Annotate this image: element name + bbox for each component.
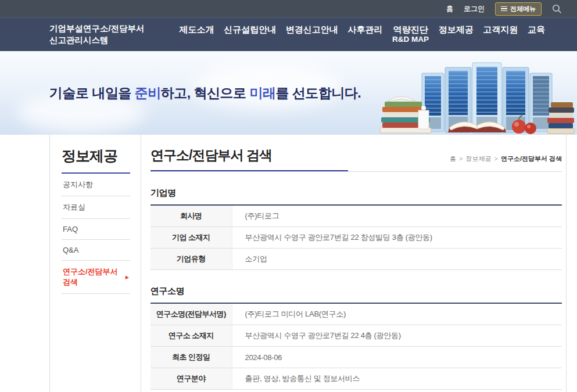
nav-item-label: 고객지원 bbox=[483, 24, 518, 35]
row-label: 기업 소재지 bbox=[150, 227, 232, 249]
hero-accent-word: 미래 bbox=[249, 85, 275, 100]
logo-line1: 기업부설연구소/전담부서 bbox=[49, 23, 145, 34]
site-logo[interactable]: 기업부설연구소/전담부서 신고관리시스템 bbox=[49, 23, 145, 45]
nav-item-6[interactable]: 정보제공 bbox=[439, 24, 474, 45]
row-label: 연구소 소재지 bbox=[150, 325, 232, 347]
row-label: 연구분야 bbox=[150, 368, 232, 390]
hero-slogan: 기술로 내일을 준비하고, 혁신으로 미래를 선도합니다. bbox=[49, 84, 361, 102]
row-value: 2024-08-06 bbox=[232, 347, 562, 368]
nav-item-label: 사후관리 bbox=[347, 24, 382, 35]
nav-item-1[interactable]: 제도소개 bbox=[180, 24, 214, 45]
table-row: 연구소 소재지부산광역시 수영구 광안로7번길 22 4층 (광안동) bbox=[150, 325, 562, 347]
info-table-1: 회사명(주)티로그기업 소재지부산광역시 수영구 광안로7번길 22 창성빌딩 … bbox=[150, 204, 562, 270]
row-value: (주)티로그 bbox=[232, 205, 562, 227]
detail-sections: 기업명회사명(주)티로그기업 소재지부산광역시 수영구 광안로7번길 22 창성… bbox=[150, 188, 562, 390]
page-title: 연구소/전담부서 검색 bbox=[150, 146, 272, 170]
table-row: 기업 소재지부산광역시 수영구 광안로7번길 22 창성빌딩 3층 (광안동) bbox=[150, 227, 562, 249]
row-value: 부산광역시 수영구 광안로7번길 22 4층 (광안동) bbox=[232, 325, 562, 347]
nav-item-2[interactable]: 신규설립안내 bbox=[224, 24, 276, 45]
nav-item-label: 교육 bbox=[528, 24, 545, 35]
table-row: 기업유형소기업 bbox=[150, 249, 562, 270]
sidebar-item-5[interactable]: 연구소/전담부서 검색▶ bbox=[62, 261, 130, 294]
hero-text-part: 기술로 내일을 bbox=[49, 85, 135, 100]
sidebar-item-4[interactable]: Q&A bbox=[62, 240, 130, 261]
sidebar-item-label: 연구소/전담부서 검색 bbox=[63, 267, 126, 287]
sidebar-title: 정보제공 bbox=[62, 146, 130, 174]
nav-item-8[interactable]: 교육 bbox=[528, 24, 545, 45]
breadcrumb-separator: > bbox=[494, 155, 497, 162]
breadcrumb-item-3: 연구소/전담부서 검색 bbox=[501, 155, 562, 162]
hero-banner: 기술로 내일을 준비하고, 혁신으로 미래를 선도합니다. bbox=[0, 51, 577, 135]
info-table-2: 연구소명(전담부서명)(주)티로그 미디어 LAB(연구소)연구소 소재지부산광… bbox=[150, 303, 562, 390]
sidebar-item-label: 공지사항 bbox=[63, 179, 93, 190]
search-icon[interactable] bbox=[552, 4, 562, 14]
row-value: (주)티로그 미디어 LAB(연구소) bbox=[232, 303, 562, 325]
row-label: 연구소명(전담부서명) bbox=[150, 303, 232, 325]
hero-text-part: 하고, 혁신으로 bbox=[161, 85, 250, 100]
nav-item-3[interactable]: 변경신고안내 bbox=[286, 24, 338, 45]
row-label: 기업유형 bbox=[150, 249, 232, 270]
hero-illustration-servers-books bbox=[375, 52, 576, 135]
breadcrumb-item-1[interactable]: 홈 bbox=[450, 155, 456, 162]
content-wrapper: 정보제공 공지사항자료실FAQQ&A연구소/전담부서 검색▶ 연구소/전담부서 … bbox=[49, 135, 567, 392]
sidebar-item-label: 자료실 bbox=[63, 202, 85, 213]
all-menu-label: 전체메뉴 bbox=[510, 5, 536, 13]
title-underline bbox=[150, 170, 562, 172]
active-arrow-icon: ▶ bbox=[126, 275, 129, 280]
table-row: 최초 인정일2024-08-06 bbox=[150, 347, 562, 368]
hamburger-icon bbox=[501, 6, 507, 12]
hero-accent-word: 준비 bbox=[135, 85, 161, 100]
nav-item-label: 신규설립안내 bbox=[224, 24, 276, 35]
sidebar: 정보제공 공지사항자료실FAQQ&A연구소/전담부서 검색▶ bbox=[50, 135, 141, 392]
sidebar-item-label: FAQ bbox=[63, 225, 78, 233]
top-utility-bar: 홈 로그인 전체메뉴 bbox=[0, 0, 577, 17]
nav-item-label: 변경신고안내 bbox=[286, 24, 338, 35]
nav-item-label: 정보제공 bbox=[439, 24, 474, 35]
row-value: 출판, 영상, 방송통신 및 정보서비스 bbox=[232, 368, 562, 390]
sidebar-item-label: Q&A bbox=[63, 246, 78, 254]
section-heading-1: 기업명 bbox=[150, 188, 562, 199]
row-label: 회사명 bbox=[150, 205, 232, 227]
sidebar-item-2[interactable]: 자료실 bbox=[62, 196, 130, 219]
sidebar-item-3[interactable]: FAQ bbox=[62, 219, 130, 240]
section-heading-2: 연구소명 bbox=[150, 286, 562, 297]
nav-item-label: 역량진단 bbox=[392, 24, 429, 35]
main-content: 연구소/전담부서 검색 홈>정보제공>연구소/전담부서 검색 기업명회사명(주)… bbox=[141, 135, 566, 392]
table-row: 연구분야출판, 영상, 방송통신 및 정보서비스 bbox=[150, 368, 562, 390]
breadcrumb-separator: > bbox=[459, 155, 463, 162]
row-value: 소기업 bbox=[232, 249, 562, 270]
main-nav: 기업부설연구소/전담부서 신고관리시스템 제도소개신규설립안내변경신고안내사후관… bbox=[0, 17, 577, 51]
table-row: 연구소명(전담부서명)(주)티로그 미디어 LAB(연구소) bbox=[150, 303, 562, 325]
all-menu-button[interactable]: 전체메뉴 bbox=[495, 2, 542, 16]
nav-item-4[interactable]: 사후관리 bbox=[347, 24, 382, 45]
sidebar-item-1[interactable]: 공지사항 bbox=[62, 174, 130, 196]
nav-item-label: 제도소개 bbox=[180, 24, 214, 35]
sidebar-menu: 공지사항자료실FAQQ&A연구소/전담부서 검색▶ bbox=[62, 174, 130, 294]
row-value: 부산광역시 수영구 광안로7번길 22 창성빌딩 3층 (광안동) bbox=[232, 227, 562, 249]
nav-item-5[interactable]: 역량진단R&D MAP bbox=[392, 24, 429, 45]
login-link[interactable]: 로그인 bbox=[464, 4, 485, 14]
nav-item-7[interactable]: 고객지원 bbox=[483, 24, 518, 45]
logo-line2: 신고관리시스템 bbox=[49, 35, 145, 46]
table-row: 회사명(주)티로그 bbox=[150, 205, 562, 227]
row-label: 최초 인정일 bbox=[150, 347, 232, 368]
hero-text-part: 를 선도합니다. bbox=[275, 85, 361, 100]
nav-item-label: R&D MAP bbox=[392, 35, 429, 45]
breadcrumb: 홈>정보제공>연구소/전담부서 검색 bbox=[450, 154, 562, 170]
breadcrumb-item-2[interactable]: 정보제공 bbox=[465, 155, 491, 162]
home-link[interactable]: 홈 bbox=[446, 4, 453, 14]
nav-menu: 제도소개신규설립안내변경신고안내사후관리역량진단R&D MAP정보제공고객지원교… bbox=[180, 24, 545, 45]
